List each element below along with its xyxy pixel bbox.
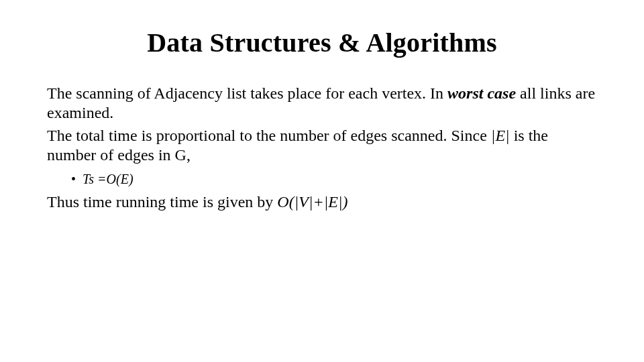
paragraph-total-time: The total time is proportional to the nu… [47,126,597,166]
text-segment: The total time is proportional to the nu… [47,127,491,144]
text-segment: The scanning of Adjacency list takes pla… [47,84,447,102]
text-worst-case: worst case [447,84,516,102]
slide: Data Structures & Algorithms The scannin… [0,0,644,362]
bullet-ts-oe: • Ts =O(E) [71,172,597,187]
text-v-plus-e: |V|+|E| [294,193,343,210]
text-bigo-close: ) [343,193,348,210]
paragraph-running-time: Thus time running time is given by O(|V|… [47,192,597,212]
paragraph-adjacency-scan: The scanning of Adjacency list takes pla… [47,84,597,123]
bullet-text: Ts =O(E) [83,172,133,187]
text-segment: Thus time running time is given by [47,193,277,210]
text-e-notation: |E| [491,127,510,144]
page-title: Data Structures & Algorithms [47,27,597,58]
bullet-dot-icon: • [71,172,76,187]
text-bigo-open: O( [277,193,294,210]
